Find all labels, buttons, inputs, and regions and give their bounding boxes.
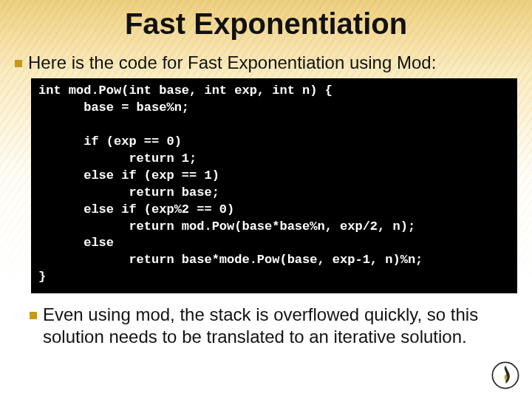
code-block: int mod.Pow(int base, int exp, int n) { … <box>31 78 517 293</box>
bullet-item-outro: Even using mod, the stack is overflowed … <box>15 304 517 348</box>
bullet-text: Even using mod, the stack is overflowed … <box>43 304 517 348</box>
square-bullet-icon <box>30 312 37 319</box>
page-title: Fast Exponentiation <box>0 7 532 41</box>
bullet-text: Here is the code for Fast Exponentiation… <box>28 52 436 74</box>
square-bullet-icon <box>15 60 22 67</box>
content-area: Here is the code for Fast Exponentiation… <box>15 52 517 352</box>
flame-logo-icon <box>489 359 522 392</box>
slide: Fast Exponentiation Here is the code for… <box>0 0 532 399</box>
bullet-item-intro: Here is the code for Fast Exponentiation… <box>15 52 517 74</box>
